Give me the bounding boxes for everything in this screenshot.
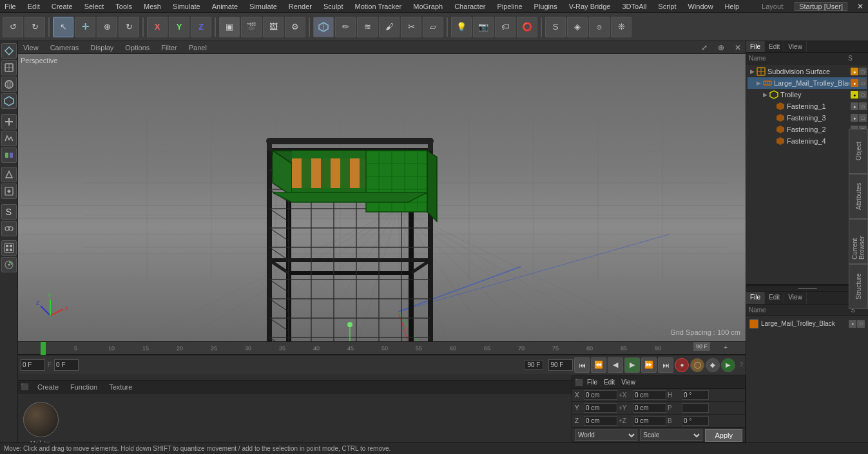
lock-btn-f3[interactable]: □ — [859, 114, 867, 122]
menu-simulate[interactable]: Simulate — [171, 3, 202, 10]
left-tool-2[interactable] — [1, 60, 17, 75]
tree-vis-btn-trolley[interactable]: ● — [851, 79, 858, 87]
left-tool-3[interactable] — [1, 77, 17, 92]
tab-panel[interactable]: Panel — [186, 44, 209, 52]
right-tab-edit[interactable]: Edit — [765, 41, 784, 52]
current-frame-input[interactable] — [21, 359, 45, 371]
left-tool-9[interactable] — [1, 184, 17, 199]
cube-tool-button[interactable] — [313, 17, 334, 37]
transform-type-dropdown[interactable]: Scale — [640, 430, 702, 441]
prop-y-input[interactable] — [584, 403, 617, 413]
step-back-button[interactable]: ⏪ — [591, 357, 606, 373]
menu-3dtoall[interactable]: 3DToAll — [620, 3, 648, 10]
menu-mograph[interactable]: MoGraph — [411, 3, 445, 10]
tool6-button[interactable]: ◈ — [567, 17, 588, 37]
z-axis-button[interactable]: Z — [191, 17, 211, 37]
left-tool-1[interactable] — [1, 43, 17, 59]
prop-h-input[interactable] — [682, 390, 709, 400]
redo-button[interactable]: ↻ — [24, 17, 45, 37]
left-tool-10[interactable]: S — [1, 204, 17, 220]
menu-select[interactable]: Select — [82, 3, 106, 10]
menu-vray-bridge[interactable]: V-Ray Bridge — [567, 3, 613, 10]
material-ball[interactable] — [23, 402, 59, 437]
prop-y2-input[interactable] — [633, 403, 666, 413]
end-frame-input[interactable] — [548, 359, 573, 371]
render-settings-button[interactable]: ⚙ — [285, 17, 305, 37]
prop-z-input[interactable] — [584, 416, 617, 426]
floor-tool-button[interactable]: ▱ — [423, 17, 443, 37]
render-button[interactable]: 🎬 — [241, 17, 262, 37]
tool7-button[interactable]: ⌾ — [589, 17, 610, 37]
props-view-btn[interactable]: View — [619, 379, 637, 386]
menu-window[interactable]: Window — [686, 3, 715, 10]
menu-simulate2[interactable]: Simulate — [247, 3, 279, 10]
left-tool-5[interactable] — [1, 114, 17, 129]
menu-motion-tracker[interactable]: Motion Tracker — [353, 3, 404, 10]
tree-vis-btn-subdivision[interactable]: ● — [851, 68, 858, 75]
vp-ctrl-move-icon[interactable]: ⤢ — [699, 43, 709, 52]
menu-sculpt[interactable]: Sculpt — [322, 3, 345, 10]
camera-tool-button[interactable]: 📷 — [473, 17, 494, 37]
menu-plugins[interactable]: Plugins — [532, 3, 559, 10]
props-file-btn[interactable]: File — [585, 379, 599, 386]
menu-create[interactable]: Create — [50, 3, 75, 10]
lr-tab-edit[interactable]: Edit — [765, 292, 784, 304]
step-forward-button[interactable]: ⏩ — [641, 357, 657, 373]
rotate-tool-button[interactable]: ↻ — [119, 17, 139, 37]
left-tool-12[interactable] — [1, 240, 17, 256]
tag-tool-button[interactable]: 🏷 — [495, 17, 516, 37]
mat-tab-function[interactable]: Function — [68, 383, 100, 391]
tree-item-trolley-group[interactable]: ▶ Trolley ● □ — [747, 89, 867, 100]
props-edit-btn[interactable]: Edit — [602, 379, 617, 386]
prop-z2-input[interactable] — [633, 416, 666, 426]
tab-options[interactable]: Options — [122, 44, 152, 52]
prop-x2-input[interactable] — [633, 390, 666, 400]
tool8-button[interactable]: ❊ — [611, 17, 632, 37]
y-axis-button[interactable]: Y — [169, 17, 189, 37]
layout-close-icon[interactable]: ✕ — [855, 2, 865, 11]
mat-tab-create[interactable]: Create — [35, 383, 61, 391]
tree-item-subdivision[interactable]: ▶ Subdivision Surface ● □ — [747, 66, 867, 77]
go-to-start-button[interactable]: ⏮ — [574, 357, 590, 373]
mat-item-trolley[interactable]: Large_Mail_Trolley_Black ● □ — [748, 318, 866, 330]
vp-ctrl-expand-icon[interactable]: ⊕ — [716, 43, 726, 52]
tree-lock-btn-subdivision[interactable]: □ — [859, 68, 867, 75]
play-options-button[interactable]: ▶ — [721, 358, 735, 372]
tab-view[interactable]: View — [21, 44, 41, 52]
left-tool-4[interactable] — [1, 93, 17, 109]
tree-vis-btn-trolley-group[interactable]: ● — [851, 91, 858, 99]
layout-value[interactable]: Startup [User] — [795, 2, 847, 11]
lr-tab-view[interactable]: View — [784, 292, 807, 304]
move-tool-button[interactable]: ✛ — [75, 17, 95, 37]
tree-lock-btn-trolley-group[interactable]: □ — [859, 91, 867, 99]
light-tool-button[interactable]: 💡 — [451, 17, 472, 37]
tree-item-trolley-parent[interactable]: ▶ Large_Mail_Trolley_Black ● □ — [747, 77, 867, 89]
tab-cameras[interactable]: Cameras — [48, 44, 82, 52]
left-tool-8[interactable] — [1, 167, 17, 182]
select-tool-button[interactable]: ↖ — [53, 17, 73, 37]
side-tab-browser[interactable]: Current Browser — [849, 219, 868, 264]
tab-filter[interactable]: Filter — [159, 44, 179, 52]
menu-character[interactable]: Character — [452, 3, 487, 10]
start-frame-input[interactable] — [54, 359, 79, 371]
cut-tool-button[interactable]: ✂ — [401, 17, 421, 37]
record-button[interactable]: ● — [675, 358, 689, 372]
lr-tab-file[interactable]: File — [746, 292, 765, 304]
prop-p-input[interactable] — [682, 403, 709, 413]
menu-tools[interactable]: Tools — [113, 3, 134, 10]
menu-help[interactable]: Help — [723, 3, 742, 10]
viewport-canvas[interactable]: Perspective Grid Spacing : 100 cm X Z Y — [18, 54, 746, 341]
render-to-picture-viewer-button[interactable]: 🖼 — [263, 17, 284, 37]
mat-lock-btn[interactable]: □ — [857, 320, 865, 328]
draw-tool-button[interactable]: ✏ — [335, 17, 356, 37]
side-tab-object[interactable]: Object — [849, 129, 868, 174]
go-to-end-button[interactable]: ⏭ — [658, 357, 673, 373]
undo-button[interactable]: ↺ — [3, 17, 23, 37]
menu-animate[interactable]: Animate — [210, 3, 240, 10]
tab-display[interactable]: Display — [88, 44, 116, 52]
tree-lock-btn-trolley[interactable]: □ — [859, 79, 867, 87]
paint-tool-button[interactable]: 🖌 — [379, 17, 400, 37]
menu-pipeline[interactable]: Pipeline — [495, 3, 524, 10]
side-tab-attributes[interactable]: Attributes — [849, 174, 868, 219]
menu-script[interactable]: Script — [656, 3, 678, 10]
